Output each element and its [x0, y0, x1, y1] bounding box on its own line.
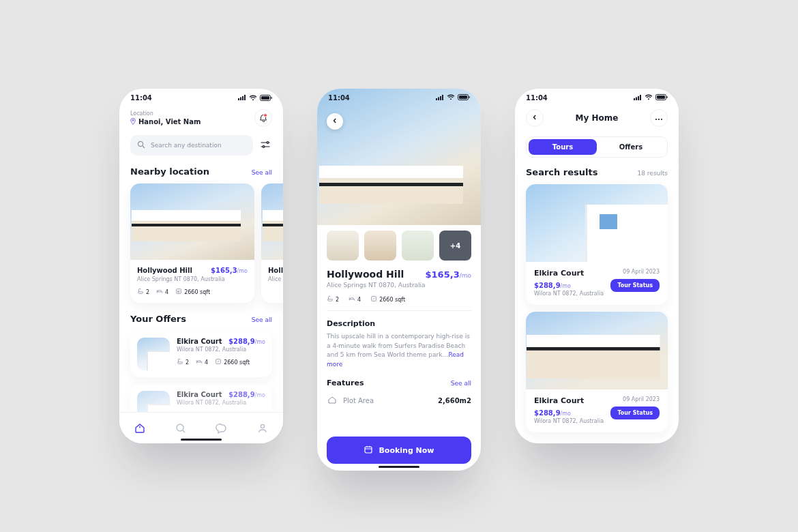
offer-price: $288,9/mo — [228, 391, 265, 398]
result-title: Elkira Court — [534, 396, 604, 405]
offer-thumb — [137, 338, 170, 370]
detail-price: $165,3/mo — [426, 269, 471, 280]
result-date: 09 April 2023 — [610, 396, 660, 402]
feature-value: 2,660m2 — [438, 397, 471, 404]
svg-point-14 — [261, 424, 264, 428]
notifications-button[interactable] — [254, 109, 272, 127]
offers-title: Your Offers — [130, 314, 186, 324]
bed-icon — [156, 288, 163, 296]
nearby-list[interactable]: Hollywood Hill $165,3/mo Alice Springs N… — [130, 183, 272, 303]
offer-title: Elkira Court — [177, 391, 222, 398]
offers-see-all[interactable]: See all — [252, 316, 272, 323]
property-card[interactable]: Hollywood Hill Alice Springs NT 0870, Au… — [261, 183, 283, 303]
bottom-nav — [119, 412, 283, 443]
more-icon — [655, 115, 663, 122]
result-date: 09 April 2023 — [610, 269, 660, 275]
svg-rect-20 — [459, 95, 467, 99]
offer-card[interactable]: Elkira Court $288,9/mo Wilora NT 0872, A… — [130, 331, 272, 377]
svg-point-7 — [132, 119, 134, 121]
status-icons — [238, 95, 272, 101]
result-price: $288,9/mo — [534, 282, 604, 289]
more-button[interactable] — [650, 109, 668, 127]
area-icon — [175, 288, 182, 296]
gallery-thumb[interactable] — [364, 231, 396, 261]
battery-icon — [260, 95, 272, 101]
svg-rect-3 — [244, 95, 246, 100]
svg-rect-6 — [271, 97, 272, 99]
detail-specs: 2 4 2660 sqft — [327, 295, 471, 311]
back-button[interactable] — [327, 113, 343, 130]
gallery-thumb[interactable] — [327, 231, 359, 261]
search-input[interactable]: Search any destination — [130, 135, 253, 156]
tour-status-button[interactable]: Tour Status — [610, 407, 660, 419]
booking-label: Booking Now — [379, 446, 434, 455]
segmented-control: Tours Offers — [526, 136, 668, 158]
battery-icon — [458, 94, 470, 102]
features-heading: Features — [327, 379, 364, 387]
svg-point-13 — [177, 424, 183, 431]
location-label: Location — [130, 110, 201, 117]
description-heading: Description — [327, 319, 471, 328]
detail-title: Hollywood Hill — [327, 269, 404, 280]
result-image — [526, 184, 668, 262]
svg-rect-27 — [640, 95, 641, 100]
phone-detail: 11:04 +4 Hollywood Hil — [317, 89, 481, 471]
gallery-more[interactable]: +4 — [439, 231, 471, 261]
seg-tours[interactable]: Tours — [529, 139, 597, 155]
design-canvas: 11:04 Location Hanoi, Viet Nam — [0, 0, 798, 532]
signal-icon — [634, 94, 642, 102]
svg-rect-30 — [667, 96, 668, 98]
sliders-icon — [261, 141, 270, 150]
wifi-icon — [447, 94, 455, 102]
back-button[interactable] — [526, 109, 544, 127]
svg-rect-25 — [636, 97, 637, 100]
status-bar: 11:04 — [317, 89, 481, 106]
hero-image — [317, 89, 481, 225]
calendar-icon — [364, 445, 373, 456]
svg-rect-17 — [440, 96, 441, 100]
status-icons — [634, 94, 668, 102]
nearby-see-all[interactable]: See all — [252, 169, 272, 176]
result-image — [526, 312, 668, 389]
feature-row: Plot Area 2,660m2 — [327, 394, 471, 407]
seg-offers[interactable]: Offers — [597, 139, 665, 155]
status-time: 11:04 — [526, 94, 548, 102]
booking-button[interactable]: Booking Now — [327, 437, 471, 464]
result-title: Elkira Court — [534, 269, 604, 278]
gallery-thumb[interactable] — [402, 231, 434, 261]
features-see-all[interactable]: See all — [451, 380, 471, 387]
signal-icon — [436, 94, 444, 102]
tour-status-button[interactable]: Tour Status — [610, 279, 660, 292]
location-value: Hanoi, Viet Nam — [138, 118, 201, 125]
nav-chat[interactable] — [214, 421, 229, 436]
search-icon — [137, 141, 145, 150]
result-card[interactable]: Elkira Court $288,9/mo Wilora NT 0872, A… — [526, 184, 668, 305]
property-title: Hollywood Hill — [268, 267, 283, 274]
property-address: Alice Springs NT 0870, Australia — [137, 276, 248, 282]
status-bar: 11:04 — [119, 89, 283, 106]
result-price: $288,9/mo — [534, 409, 604, 417]
nav-search[interactable] — [173, 421, 188, 436]
nav-profile[interactable] — [255, 421, 270, 436]
detail-address: Alice Springs NT 0870, Australia — [327, 282, 471, 289]
search-placeholder: Search any destination — [151, 142, 222, 149]
results-title: Search results — [526, 167, 597, 177]
home-indicator — [379, 466, 419, 468]
signal-icon — [238, 95, 246, 100]
home-indicator — [181, 439, 222, 441]
battery-icon — [655, 94, 668, 102]
result-address: Wilora NT 0872, Australia — [534, 291, 604, 297]
status-icons — [436, 94, 470, 102]
nav-home[interactable] — [132, 421, 147, 436]
filter-button[interactable] — [258, 138, 272, 152]
result-card[interactable]: Elkira Court $288,9/mo Wilora NT 0872, A… — [526, 312, 668, 432]
property-card[interactable]: Hollywood Hill $165,3/mo Alice Springs N… — [130, 183, 254, 303]
area-icon — [370, 295, 377, 304]
svg-rect-15 — [436, 98, 437, 100]
location-block[interactable]: Location Hanoi, Viet Nam — [130, 110, 201, 126]
property-image — [130, 183, 254, 260]
plot-icon — [327, 394, 338, 407]
feature-label: Plot Area — [343, 397, 374, 404]
svg-rect-23 — [365, 447, 372, 453]
offer-address: Wilora NT 0872, Australia — [177, 346, 265, 353]
